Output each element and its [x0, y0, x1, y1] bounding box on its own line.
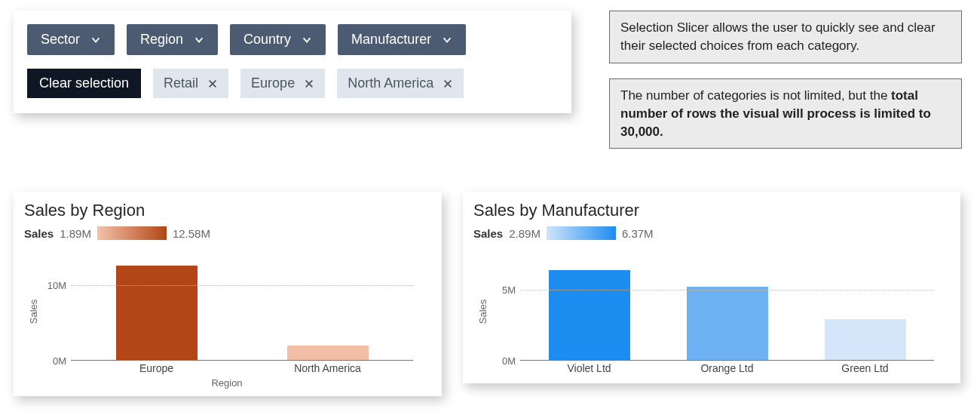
- slicer-dropdown-country[interactable]: Country: [230, 24, 326, 55]
- legend-gradient-icon: [97, 226, 167, 240]
- legend-max: 12.58M: [173, 227, 210, 240]
- x-axis-label: Region: [24, 377, 430, 389]
- chart-title: Sales by Region: [24, 201, 430, 220]
- chart-title: Sales by Manufacturer: [473, 201, 948, 220]
- dropdown-label: Sector: [41, 32, 80, 48]
- filter-chip[interactable]: Retail: [153, 69, 228, 98]
- legend-label: Sales: [24, 227, 54, 240]
- dropdown-label: Region: [140, 32, 183, 48]
- x-tick: Orange Ltd: [658, 361, 796, 376]
- selection-slicer-panel: SectorRegionCountryManufacturer Clear se…: [14, 11, 571, 113]
- chart-legend: Sales 1.89M 12.58M: [24, 226, 430, 240]
- dropdown-label: Country: [243, 32, 291, 48]
- chart-bar[interactable]: [687, 287, 768, 360]
- close-icon[interactable]: [443, 78, 453, 89]
- chart-bar[interactable]: [825, 319, 906, 360]
- legend-gradient-icon: [547, 226, 616, 240]
- info-box-limit: The number of categories is not limited,…: [609, 78, 962, 149]
- chart-bar[interactable]: [287, 346, 369, 360]
- x-tick: Green Ltd: [796, 361, 934, 376]
- chevron-down-icon: [442, 35, 452, 45]
- chart-legend: Sales 2.89M 6.37M: [473, 226, 948, 240]
- chart-bar[interactable]: [116, 266, 198, 360]
- info-box-description: Selection Slicer allows the user to quic…: [609, 11, 962, 63]
- legend-max: 6.37M: [622, 227, 654, 240]
- y-tick: 0M: [53, 355, 66, 367]
- slicer-dropdown-manufacturer[interactable]: Manufacturer: [338, 24, 466, 55]
- clear-selection-label: Clear selection: [39, 75, 129, 91]
- y-tick: 0M: [502, 355, 516, 367]
- filter-chip[interactable]: North America: [337, 69, 464, 98]
- plot-area: Sales 5M0M Violet LtdOrange LtdGreen Ltd: [473, 247, 937, 376]
- chevron-down-icon: [90, 35, 101, 45]
- dropdown-label: Manufacturer: [351, 32, 431, 48]
- chevron-down-icon: [194, 35, 204, 45]
- legend-label: Sales: [473, 227, 503, 240]
- chart-bar[interactable]: [549, 270, 630, 360]
- legend-min: 1.89M: [60, 227, 91, 240]
- slicer-dropdown-region[interactable]: Region: [127, 24, 218, 55]
- y-tick: 10M: [47, 280, 66, 291]
- legend-min: 2.89M: [509, 227, 541, 240]
- chevron-down-icon: [302, 35, 312, 45]
- y-axis-label: Sales: [477, 300, 488, 324]
- filter-chip[interactable]: Europe: [240, 69, 325, 98]
- slicer-dropdown-sector[interactable]: Sector: [27, 24, 115, 55]
- y-tick: 5M: [502, 284, 516, 296]
- x-tick: North America: [242, 361, 413, 376]
- x-tick: Europe: [71, 361, 242, 376]
- close-icon[interactable]: [304, 78, 314, 89]
- clear-selection-button[interactable]: Clear selection: [27, 69, 141, 98]
- chip-label: North America: [348, 75, 433, 91]
- chip-label: Europe: [251, 75, 295, 91]
- close-icon[interactable]: [207, 78, 218, 89]
- y-axis-label: Sales: [28, 300, 39, 324]
- plot-area: Sales 10M0M EuropeNorth America: [24, 247, 416, 376]
- x-tick: Violet Ltd: [520, 361, 658, 376]
- chart-sales-by-region: Sales by Region Sales 1.89M 12.58M Sales…: [14, 192, 442, 396]
- chart-sales-by-manufacturer: Sales by Manufacturer Sales 2.89M 6.37M …: [463, 192, 960, 383]
- chip-label: Retail: [164, 75, 198, 91]
